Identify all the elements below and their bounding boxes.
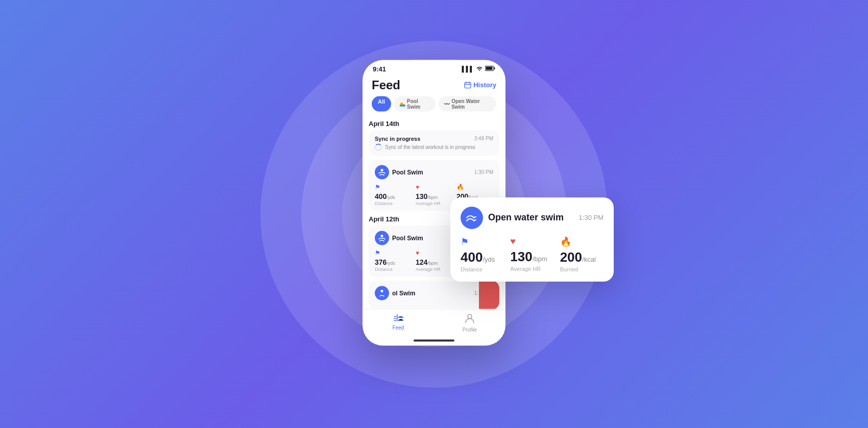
popup-heart-icon: ♥ (510, 236, 553, 247)
stat-hr-apr12: ♥ 124/bpm Average HR (416, 249, 452, 271)
popup-time: 1:30 PM (579, 214, 604, 221)
home-indicator (363, 335, 505, 345)
pool-swim-name-apr12: Pool Swim (392, 234, 423, 241)
workout-card-header: Pool Swim 1:30 PM (375, 165, 493, 179)
popup-flag-icon: ⚑ (461, 236, 504, 247)
page-title: Feed (372, 78, 400, 92)
partial-workout-name: ol Swim (392, 289, 415, 296)
status-time: 9:41 (373, 65, 386, 72)
stat-distance-apr14: ⚑ 400/yds Distance (375, 183, 412, 206)
popup-card[interactable]: Open water swim 1:30 PM ⚑ 400/yds Distan… (450, 197, 614, 282)
popup-stat-hr: ♥ 130/bpm Average HR (510, 236, 553, 272)
bottom-nav: Feed Profile (363, 309, 505, 335)
pool-swim-name: Pool Swim (392, 168, 423, 175)
popup-header: Open water swim 1:30 PM (461, 207, 604, 229)
nav-profile[interactable]: Profile (434, 313, 505, 332)
open-water-icon: 〰️ (444, 101, 450, 107)
feed-nav-icon (393, 313, 403, 323)
battery-icon (485, 65, 495, 72)
popup-stats: ⚑ 400/yds Distance ♥ 130/bpm Average HR … (461, 236, 604, 272)
sync-card[interactable]: Sync in progress 3:48 PM Sync of the lat… (369, 130, 499, 156)
stat-hr-apr14: ♥ 130/bpm Average HR (416, 183, 452, 206)
heart-icon-apr12: ♥ (416, 249, 452, 256)
partial-card-header: ol Swim 1:13 PM (375, 286, 493, 300)
home-bar (414, 339, 454, 341)
history-label: History (473, 81, 496, 89)
history-button[interactable]: History (464, 81, 496, 89)
partial-card-red[interactable]: ol Swim 1:13 PM (369, 281, 499, 309)
status-icons: ▌▌▌ (462, 65, 495, 72)
fire-icon: 🔥 (456, 183, 493, 190)
feed-nav-label: Feed (393, 324, 404, 330)
flag-icon: ⚑ (375, 183, 412, 190)
pool-swim-time-apr14: 1:30 PM (474, 169, 493, 175)
flag-icon-apr12: ⚑ (375, 249, 412, 256)
phone-notch (411, 60, 457, 74)
popup-workout-info: Open water swim (461, 207, 564, 229)
tab-open-water[interactable]: 〰️ Open Water Swim (439, 96, 496, 111)
pool-swim-icon: 🏊 (399, 101, 405, 107)
svg-point-7 (381, 169, 383, 171)
signal-icon: ▌▌▌ (462, 66, 474, 72)
popup-fire-icon: 🔥 (560, 236, 604, 247)
sync-body: Sync of the latest workout is in progres… (375, 143, 493, 150)
sync-spinner-icon (375, 143, 382, 150)
profile-nav-icon (465, 313, 474, 325)
sync-card-header: Sync in progress 3:48 PM (375, 135, 493, 141)
svg-rect-1 (494, 67, 495, 69)
svg-point-8 (381, 235, 383, 237)
phone-header: Feed History (363, 75, 505, 96)
red-overlay (479, 281, 499, 309)
date-header-april14: April 14th (369, 119, 499, 127)
popup-stat-burned: 🔥 200/kcal Burned (560, 236, 604, 272)
stat-distance-apr12: ⚑ 376/yds Distance (375, 249, 412, 271)
profile-nav-label: Profile (463, 326, 477, 332)
tab-pool-swim[interactable]: 🏊 Pool Swim (394, 96, 436, 111)
tab-all[interactable]: All (372, 96, 391, 111)
sync-time: 3:48 PM (474, 136, 493, 141)
partial-workout-icon (375, 286, 389, 300)
svg-point-10 (468, 314, 472, 318)
popup-stat-distance: ⚑ 400/yds Distance (461, 236, 504, 272)
workout-info: Pool Swim (375, 165, 423, 179)
sync-message: Sync of the latest workout is in progres… (385, 144, 475, 150)
workout-info-apr12: Pool Swim (375, 231, 423, 245)
nav-feed[interactable]: Feed (363, 313, 434, 332)
pool-swim-workout-icon-apr12 (375, 231, 389, 245)
filter-tabs: All 🏊 Pool Swim 〰️ Open Water Swim (363, 96, 505, 116)
sync-title: Sync in progress (375, 135, 420, 141)
popup-workout-icon (461, 207, 483, 229)
pool-swim-workout-icon (375, 165, 389, 179)
svg-rect-3 (465, 82, 471, 88)
svg-rect-2 (486, 67, 493, 70)
wifi-icon (476, 65, 483, 72)
svg-point-9 (381, 290, 383, 292)
heart-icon: ♥ (416, 183, 452, 190)
partial-workout-info: ol Swim (375, 286, 415, 300)
popup-workout-name: Open water swim (488, 212, 564, 223)
